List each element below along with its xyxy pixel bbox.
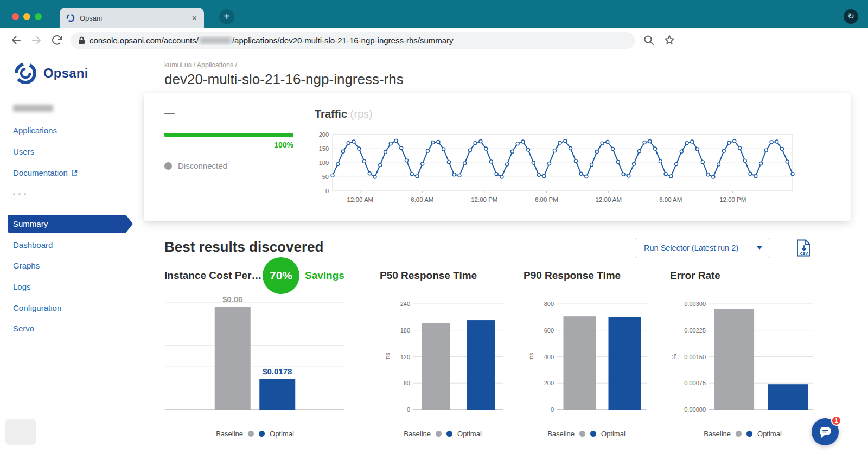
svg-text:6:00 AM: 6:00 AM (411, 196, 433, 203)
brand-name: Opsani (43, 66, 88, 81)
sidebar-item-applications[interactable]: Applications (13, 126, 57, 135)
svg-text:0.00075: 0.00075 (684, 380, 706, 386)
sidebar-item-summary[interactable]: Summary (8, 215, 133, 233)
cost-chart-legend: Baseline Optimal (164, 430, 346, 438)
svg-text:0.00225: 0.00225 (684, 327, 706, 334)
svg-text:$0.0178: $0.0178 (263, 367, 292, 376)
status-label: Disconnected (178, 161, 227, 170)
savings-label: Savings (305, 270, 344, 282)
forward-icon[interactable] (30, 34, 43, 47)
p50-response-bar-chart: 060120180240ms (380, 293, 506, 415)
opsani-logo[interactable]: Opsani (13, 61, 88, 86)
tab-close-icon[interactable]: ✕ (192, 14, 197, 22)
sidebar-item-logs[interactable]: Logs (13, 282, 31, 291)
window-minimize-button[interactable] (23, 13, 30, 20)
legend-baseline-label: Baseline (216, 430, 243, 438)
progress-bar (164, 133, 293, 137)
legend-baseline-label: Baseline (547, 430, 575, 438)
svg-text:12:00 AM: 12:00 AM (596, 196, 622, 203)
sidebar-item-documentation[interactable]: Documentation (13, 168, 78, 177)
chat-notification-badge: 1 (831, 416, 841, 426)
baseline-dot-icon (248, 431, 254, 437)
back-icon[interactable] (10, 34, 23, 47)
blurred-account-name (13, 105, 53, 112)
breadcrumb[interactable]: kumul.us / Applications / (164, 61, 237, 69)
sidebar-link-label: Documentation (13, 168, 68, 177)
legend-baseline-label: Baseline (404, 430, 431, 438)
chevron-down-icon (757, 246, 762, 250)
page-title: dev20-multi-slo-21-16-ngp-ingress-rhs (164, 71, 404, 88)
csv-download-icon[interactable]: CSV (796, 239, 812, 257)
sidebar-link-label: Applications (13, 126, 57, 135)
optimal-dot-icon (446, 431, 452, 437)
sidebar-item-dashboard[interactable]: Dashboard (13, 240, 53, 250)
error-chart-title: Error Rate (670, 270, 720, 282)
svg-text:800: 800 (544, 301, 554, 307)
svg-text:6:00 AM: 6:00 AM (659, 196, 682, 203)
nav-item-label: Summary (13, 219, 48, 228)
collapse-card-button[interactable]: — (164, 107, 175, 119)
p90-chart-title: P90 Response Time (524, 270, 621, 282)
window-zoom-button[interactable] (35, 13, 42, 20)
progress-percent: 100% (164, 141, 293, 149)
svg-text:0.00000: 0.00000 (684, 406, 706, 413)
zoom-search-icon[interactable] (642, 34, 655, 47)
svg-text:400: 400 (544, 354, 554, 360)
svg-text:100: 100 (319, 159, 329, 166)
baseline-dot-icon (736, 431, 742, 437)
browser-title-bar: Opsani ✕ + ↻ (0, 0, 868, 28)
legend-baseline-label: Baseline (704, 430, 731, 438)
results-heading: Best results discovered (164, 239, 323, 256)
svg-text:150: 150 (319, 145, 329, 152)
legend-optimal-label: Optimal (270, 430, 294, 438)
browser-window: Opsani ✕ + ↻ console.opsani.com/accounts… (0, 0, 868, 466)
address-bar[interactable]: console.opsani.com/accounts//application… (71, 32, 635, 49)
svg-text:60: 60 (404, 380, 410, 386)
lock-icon[interactable] (78, 36, 85, 44)
tooltip-remnant (5, 419, 36, 445)
run-selector-dropdown[interactable]: Run Selector (Latest run 2) (635, 238, 770, 258)
opsani-logo-icon (13, 61, 38, 86)
optimal-dot-icon (746, 431, 752, 437)
url-prefix: console.opsani.com/accounts/ (90, 36, 199, 45)
svg-text:180: 180 (400, 327, 410, 334)
blurred-account-segment (200, 37, 231, 44)
svg-text:0: 0 (551, 406, 554, 413)
sidebar-link-label: Users (13, 147, 34, 156)
traffic-line-chart: 05010015020012:00 AM6:00 AM12:00 PM6:00 … (313, 128, 796, 209)
svg-text:200: 200 (544, 380, 554, 386)
svg-text:12:00 PM: 12:00 PM (471, 196, 497, 203)
external-link-icon (71, 170, 78, 176)
optimal-dot-icon (259, 431, 265, 437)
p90-response-bar-chart: 0200400600800ms (524, 293, 649, 415)
traffic-title-text: Traffic (315, 108, 347, 120)
svg-text:50: 50 (322, 174, 329, 180)
svg-text:200: 200 (319, 131, 329, 138)
sidebar-item-servo[interactable]: Servo (13, 324, 34, 333)
sidebar-item-configuration[interactable]: Configuration (13, 303, 61, 312)
chat-bubble-icon (818, 425, 833, 439)
svg-text:CSV: CSV (800, 252, 808, 256)
browser-toolbar: console.opsani.com/accounts//application… (0, 28, 868, 52)
sidebar-item-graphs[interactable]: Graphs (13, 261, 40, 270)
legend-optimal-label: Optimal (457, 430, 482, 438)
svg-text:0: 0 (326, 188, 329, 194)
browser-tab[interactable]: Opsani ✕ (60, 8, 204, 28)
p50-chart-legend: Baseline Optimal (380, 430, 506, 438)
window-close-button[interactable] (12, 13, 19, 20)
reload-icon[interactable] (50, 34, 63, 47)
svg-text:12:00 PM: 12:00 PM (719, 196, 746, 203)
sidebar-item-users[interactable]: Users (13, 147, 34, 156)
traffic-chart-title: Traffic (rps) (315, 108, 373, 120)
run-selector-label: Run Selector (Latest run 2) (644, 244, 757, 252)
new-tab-button[interactable]: + (219, 9, 234, 24)
svg-text:ms: ms (528, 353, 534, 361)
savings-badge: 70% (263, 257, 299, 294)
optimal-dot-icon (590, 431, 596, 437)
url-text: console.opsani.com/accounts//application… (90, 36, 454, 45)
tab-title: Opsani (80, 14, 187, 22)
bookmark-star-icon[interactable] (663, 34, 676, 47)
sidebar-divider-dots (13, 193, 26, 195)
browser-profile-icon[interactable]: ↻ (844, 9, 858, 24)
svg-text:12:00 AM: 12:00 AM (347, 196, 374, 203)
